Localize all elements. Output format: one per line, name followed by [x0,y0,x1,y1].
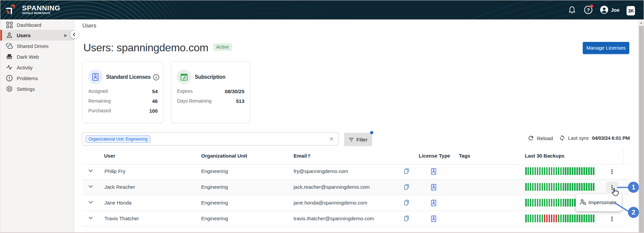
svg-text:?: ? [587,7,590,13]
